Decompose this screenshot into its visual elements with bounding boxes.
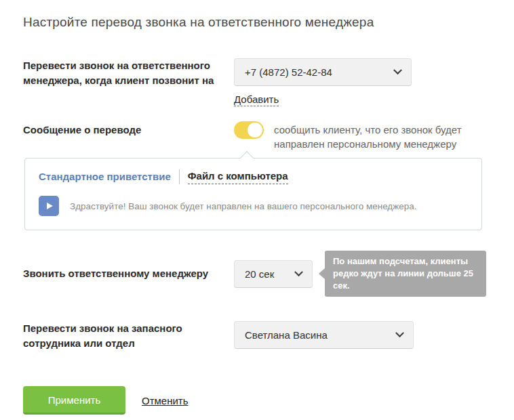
tab-standard-greeting[interactable]: Стандартное приветствие [39,169,171,184]
greeting-tabs: Стандартное приветствие Файл с компьютер… [39,169,468,184]
transfer-number-controls: +7 (4872) 52-42-84 Добавить [234,58,412,106]
greeting-preview-row: Здраствуйте! Ваш звонок будет направлен … [39,196,468,216]
transfer-number-row: Перевести звонок на ответственного менед… [23,58,491,106]
ring-time-tooltip-wrap: По нашим подсчетам, клиенты редко ждут н… [319,251,486,297]
tooltip-arrow-icon [319,268,325,279]
add-number-link[interactable]: Добавить [234,93,279,106]
fallback-value: Светлана Васина [245,329,328,341]
toggle-knob-icon [248,123,262,138]
ring-time-select[interactable]: 20 сек [234,260,313,288]
tab-separator [179,169,180,184]
phone-number-select[interactable]: +7 (4872) 52-42-84 [234,58,412,86]
transfer-message-toggle[interactable] [234,121,264,139]
tab-file-from-computer[interactable]: Файл с компьютера [188,169,288,184]
transfer-message-description: сообщить клиенту, что его звонок будет н… [274,123,491,151]
ring-time-row: Звонить ответственному менеджеру 20 сек … [23,251,491,297]
play-icon [47,203,53,209]
greeting-text: Здраствуйте! Ваш звонок будет направлен … [70,201,417,211]
ring-time-tooltip: По нашим подсчетам, клиенты редко ждут н… [325,251,486,297]
transfer-message-label: Сообщение о переводе [23,123,234,138]
play-button[interactable] [39,196,59,216]
chevron-down-icon [395,329,404,337]
fallback-select[interactable]: Светлана Васина [234,321,414,349]
apply-button[interactable]: Применить [23,386,125,415]
chevron-down-icon [393,66,402,75]
phone-number-value: +7 (4872) 52-42-84 [245,66,332,78]
fallback-label: Перевести звонок на запасного сотрудника… [23,321,234,351]
panel-caret-icon [240,151,254,165]
page-title: Настройте перевод звонка на ответственно… [23,15,491,30]
fallback-row: Перевести звонок на запасного сотрудника… [23,321,491,351]
chevron-down-icon [294,268,303,276]
ring-time-value: 20 сек [245,268,274,280]
greeting-panel: Стандартное приветствие Файл с компьютер… [24,158,482,230]
actions-row: Применить Отменить [23,386,491,415]
cancel-link[interactable]: Отменить [142,395,189,406]
transfer-message-row: Сообщение о переводе сообщить клиенту, ч… [23,123,491,151]
call-transfer-settings-page: Настройте перевод звонка на ответственно… [0,0,514,415]
transfer-number-label: Перевести звонок на ответственного менед… [23,58,234,88]
ring-time-label: Звонить ответственному менеджеру [23,266,234,281]
